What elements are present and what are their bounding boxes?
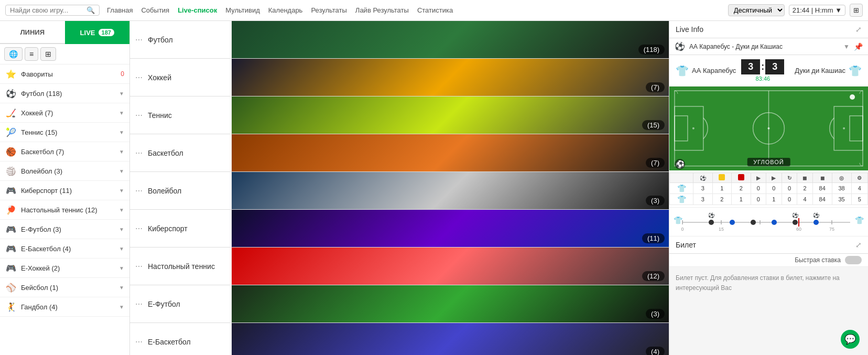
baseball-label: Бейсбол (1)	[21, 284, 115, 292]
nav-live-results[interactable]: Лайв Результаты	[355, 6, 409, 14]
sidebar-item-efootball[interactable]: 🎮 Е-Футбол (3) ▼	[0, 220, 129, 239]
efootball-icon: 🎮	[5, 223, 17, 235]
sidebar-item-volleyball[interactable]: 🏐 Волейбол (3) ▼	[0, 162, 129, 181]
ticket-expand-icon[interactable]: ⤢	[855, 241, 862, 249]
search-box[interactable]: 🔍	[5, 5, 100, 16]
away-stat-red: 1	[732, 194, 751, 205]
home-stat-yellow: 1	[712, 183, 731, 194]
favorites-icon: ⭐	[5, 68, 17, 80]
chat-button[interactable]: 💬	[841, 330, 860, 349]
sidebar-item-ehockey[interactable]: 🎮 Е-Хоккей (2) ▼	[0, 259, 129, 278]
away-shirt-icon: 👕	[849, 64, 862, 77]
svg-text:0: 0	[681, 227, 683, 232]
nav-glavnaya[interactable]: Главная	[107, 6, 133, 14]
sidebar-item-baseball[interactable]: ⚾ Бейсбол (1) ▼	[0, 278, 129, 297]
sidebar-item-ebasketball[interactable]: 🎮 Е-Баскетбол (4) ▼	[0, 239, 129, 259]
tennis-row-image: (15)	[232, 96, 669, 134]
sidebar-tabs: ЛИНИЯ LIVE 187	[0, 21, 129, 44]
tennis-row-chevron: ⋯	[130, 111, 148, 120]
globe-icon-btn[interactable]: 🌐	[4, 47, 23, 61]
svg-text:⚽: ⚽	[708, 212, 715, 219]
sport-row-football[interactable]: ⋯ Футбол (118)	[130, 21, 669, 59]
svg-point-25	[730, 220, 735, 225]
match-selector-dropdown[interactable]: ▼	[843, 43, 850, 50]
score-row: 3 : 3	[741, 59, 784, 74]
tabletennis-count-badge: (12)	[642, 271, 665, 281]
away-shirt-stat: 👕	[670, 194, 693, 205]
sidebar-item-favorites[interactable]: ⭐ Фавориты 0	[0, 64, 129, 84]
away-stat-s2: 1	[766, 194, 782, 205]
match-pin-icon[interactable]: 📌	[854, 42, 863, 51]
grid-view-button[interactable]: ⊞	[850, 4, 863, 17]
sport-row-tennis[interactable]: ⋯ Теннис (15)	[130, 96, 669, 134]
expand-icon[interactable]: ⤢	[855, 25, 862, 34]
stat-header-red	[732, 173, 751, 183]
score-wrapper: 3 : 3 83:46	[741, 59, 784, 82]
tab-live[interactable]: LIVE 187	[65, 21, 130, 44]
stat-header-settings[interactable]: ⚙	[851, 173, 867, 183]
nav-links: Главная События Live-список Мультивид Ка…	[107, 6, 453, 14]
search-icon: 🔍	[86, 6, 95, 14]
search-input[interactable]	[10, 6, 83, 14]
list-icon-btn[interactable]: ≡	[25, 47, 38, 61]
sidebar-item-hockey[interactable]: 🏒 Хоккей (7) ▼	[0, 103, 129, 123]
quick-bet-row: Быстрая ставка	[669, 254, 868, 267]
grid-icon-btn[interactable]: ⊞	[40, 47, 56, 61]
handball-chevron: ▼	[119, 304, 124, 310]
stats-row-home: 👕 3 1 2 0 0 0 2 84 38 4	[670, 183, 868, 194]
volleyball-row-image: (3)	[232, 172, 669, 210]
sidebar: ЛИНИЯ LIVE 187 🌐 ≡ ⊞ ⭐ Фавориты 0 ⚽ Футб…	[0, 21, 130, 355]
quick-bet-toggle[interactable]	[845, 256, 862, 264]
svg-point-24	[793, 220, 798, 225]
baseball-chevron: ▼	[119, 285, 124, 291]
team-home-section: 👕 АА Карапебус	[676, 64, 736, 77]
stat-header-circle: ◎	[832, 173, 851, 183]
stat-header-refresh[interactable]: ↻	[782, 173, 797, 183]
nav-calendar[interactable]: Календарь	[268, 6, 303, 14]
score-colon: :	[761, 61, 764, 72]
tabletennis-row-image: (12)	[232, 248, 669, 285]
nav-live-spisok[interactable]: Live-список	[178, 6, 217, 14]
tab-liniya[interactable]: ЛИНИЯ	[0, 21, 65, 44]
home-shirt-stat: 👕	[670, 183, 693, 194]
svg-point-3	[768, 127, 770, 130]
home-stat-b2: 84	[812, 183, 832, 194]
basketball-row-name: Баскетбол	[148, 149, 232, 157]
sidebar-item-tennis[interactable]: 🎾 Теннис (15) ▼	[0, 123, 129, 142]
sidebar-item-esports[interactable]: 🎮 Киберспорт (11) ▼	[0, 181, 129, 200]
match-selector[interactable]: ⚽ АА Карапебус - Дуки ди Кашиас ▼ 📌	[669, 38, 868, 55]
ebasketball-label: Е-Баскетбол (4)	[21, 245, 115, 253]
tennis-count-badge: (15)	[642, 120, 665, 130]
sport-row-volleyball[interactable]: ⋯ Волейбол (3)	[130, 172, 669, 210]
nav-statistics[interactable]: Статистика	[417, 6, 453, 14]
nav-sobytiya[interactable]: События	[141, 6, 169, 14]
sidebar-item-handball[interactable]: 🤾 Гандбол (4) ▼	[0, 297, 129, 317]
sport-row-basketball[interactable]: ⋯ Баскетбол (7)	[130, 134, 669, 172]
odds-format-select[interactable]: Десятичный	[728, 4, 785, 16]
hockey-label: Хоккей (7)	[21, 109, 115, 117]
match-time: 83:46	[756, 76, 771, 82]
nav-multivid[interactable]: Мультивид	[225, 6, 260, 14]
favorites-count: 0	[116, 70, 124, 78]
ebasketball-row-image: (4)	[232, 323, 669, 355]
sport-row-tabletennis[interactable]: ⋯ Настольный теннис (12)	[130, 248, 669, 285]
sport-row-hockey[interactable]: ⋯ Хоккей (7)	[130, 59, 669, 96]
sidebar-item-basketball[interactable]: 🏀 Баскетбол (7) ▼	[0, 142, 129, 162]
sport-row-esports[interactable]: ⋯ Киберспорт (11)	[130, 210, 669, 248]
sidebar-item-tabletennis[interactable]: 🏓 Настольный теннис (12) ▼	[0, 200, 129, 220]
volleyball-label: Волейбол (3)	[21, 167, 115, 175]
basketball-row-image: (7)	[232, 134, 669, 172]
away-stat-yellow: 2	[712, 194, 731, 205]
sidebar-item-football[interactable]: ⚽ Футбол (118) ▼	[0, 84, 129, 103]
home-stat-c: 38	[832, 183, 851, 194]
away-stat-s1: 0	[751, 194, 766, 205]
hockey-row-chevron: ⋯	[130, 73, 148, 82]
stat-header-b1: ◼	[797, 173, 813, 183]
svg-point-9	[843, 127, 845, 130]
sport-row-efootball[interactable]: ⋯ Е-Футбол (3)	[130, 285, 669, 323]
sport-row-ebasketball[interactable]: ⋯ Е-Баскетбол (4)	[130, 323, 669, 355]
efootball-row-name: Е-Футбол	[148, 300, 232, 308]
nav-results[interactable]: Результаты	[311, 6, 346, 14]
hockey-count-badge: (7)	[646, 82, 665, 92]
tennis-row-name: Теннис	[148, 111, 232, 120]
